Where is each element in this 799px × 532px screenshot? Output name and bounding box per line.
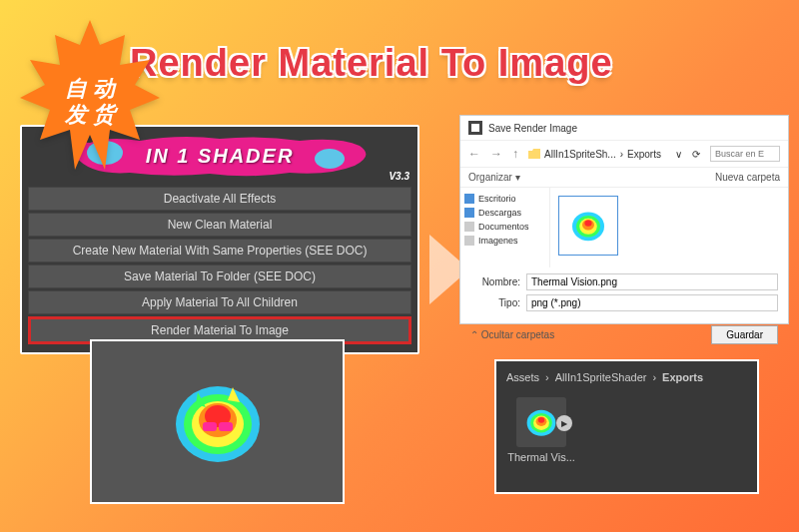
- asset-label: Thermal Vis...: [507, 451, 575, 463]
- refresh-icon[interactable]: ⟳: [692, 149, 700, 160]
- svg-point-20: [538, 417, 544, 423]
- nav-up-icon[interactable]: ↑: [512, 147, 518, 161]
- save-file-dialog: Save Render Image ← → ↑ AllIn1SpriteSh..…: [459, 115, 789, 324]
- file-thumbnail[interactable]: [558, 196, 618, 256]
- filetype-label: Tipo:: [470, 297, 520, 308]
- menu-create-new-material[interactable]: Create New Material With Same Properties…: [28, 239, 411, 263]
- folder-icon: [528, 149, 540, 159]
- menu-apply-all-children[interactable]: Apply Material To All Children: [28, 290, 411, 314]
- asset-thumbnail-icon: [523, 404, 559, 440]
- filename-input[interactable]: [526, 273, 778, 290]
- sidebar-item-images[interactable]: Imagenes: [464, 234, 545, 248]
- unity-project-panel: Assets› AllIn1SpriteShader› Exports ▶ Th…: [494, 359, 759, 494]
- dialog-app-icon: [468, 121, 482, 135]
- new-folder-button[interactable]: Nueva carpeta: [715, 172, 780, 183]
- unity-asset-item[interactable]: ▶ Thermal Vis...: [506, 397, 576, 463]
- auto-ship-badge: 自 动发 货: [20, 20, 160, 184]
- badge-text: 自 动发 货: [65, 76, 115, 129]
- filetype-select[interactable]: [526, 294, 778, 311]
- sidebar-item-desktop[interactable]: Escritorio: [464, 192, 545, 206]
- sprite-preview-panel: [90, 339, 345, 504]
- nav-forward-icon[interactable]: →: [490, 147, 502, 161]
- svg-point-1: [315, 149, 345, 169]
- filename-label: Nombre:: [470, 276, 520, 287]
- dialog-nav: ← → ↑ AllIn1SpriteSh...› Exports ∨ ⟳: [460, 141, 788, 168]
- svg-rect-10: [471, 124, 479, 132]
- save-button[interactable]: Guardar: [711, 325, 778, 344]
- collapse-folders[interactable]: ⌃ Ocultar carpetas: [470, 329, 554, 340]
- unity-breadcrumb[interactable]: Assets› AllIn1SpriteShader› Exports: [506, 371, 747, 383]
- dialog-titlebar: Save Render Image: [460, 116, 788, 141]
- svg-rect-8: [219, 422, 233, 431]
- dialog-file-area[interactable]: [550, 188, 788, 267]
- sidebar-item-downloads[interactable]: Descargas: [464, 206, 545, 220]
- shader-version: V3.3: [389, 171, 409, 182]
- page-title: Render Material To Image: [130, 42, 613, 85]
- play-icon: ▶: [556, 415, 572, 431]
- search-input[interactable]: [710, 146, 780, 162]
- shader-logo-text: IN 1 SHADER: [146, 145, 295, 168]
- menu-deactivate-effects[interactable]: Deactivate All Effects: [28, 187, 411, 211]
- svg-point-15: [584, 220, 591, 226]
- address-bar[interactable]: AllIn1SpriteSh...› Exports ∨: [528, 149, 682, 160]
- dialog-title-text: Save Render Image: [488, 123, 577, 134]
- nav-back-icon[interactable]: ←: [468, 147, 480, 161]
- organize-button[interactable]: Organizar ▾: [468, 172, 520, 183]
- thermal-sprite-icon: [168, 372, 268, 472]
- svg-rect-7: [203, 422, 217, 431]
- dialog-sidebar: Escritorio Descargas Documentos Imagenes: [460, 188, 550, 267]
- menu-new-clean-material[interactable]: New Clean Material: [28, 213, 411, 237]
- menu-save-material-folder[interactable]: Save Material To Folder (SEE DOC): [28, 265, 411, 288]
- sidebar-item-documents[interactable]: Documentos: [464, 220, 545, 234]
